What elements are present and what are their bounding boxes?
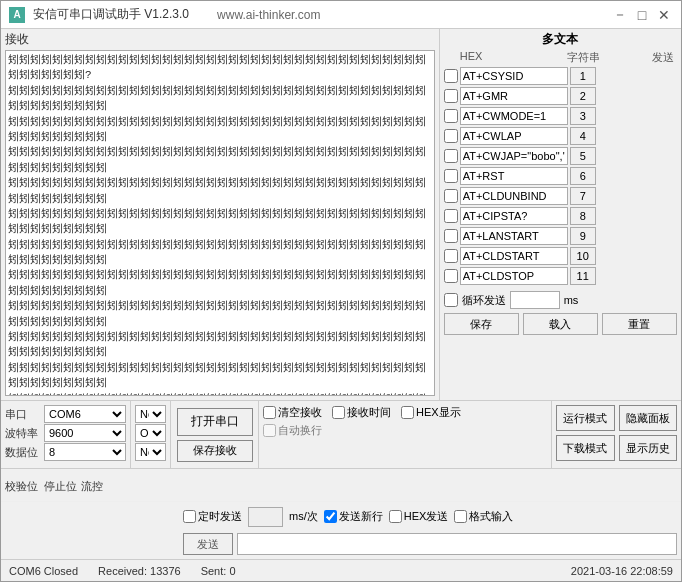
save-receive-button[interactable]: 保存接收 — [177, 440, 253, 462]
timed-send-unit: ms/次 — [289, 509, 318, 524]
reset-macro-button[interactable]: 重置 — [602, 313, 677, 335]
macro-list: 1234567891011 — [444, 67, 677, 287]
macro-send-button[interactable]: 7 — [570, 187, 596, 205]
macro-send-button[interactable]: 1 — [570, 67, 596, 85]
macro-checkbox[interactable] — [444, 109, 458, 123]
databits-label: 数据位 — [5, 445, 40, 460]
macro-row: 11 — [444, 267, 677, 285]
receive-label: 接收 — [5, 32, 29, 46]
baud-select[interactable]: 9600 — [44, 424, 126, 442]
parity-select[interactable]: None — [135, 405, 166, 423]
clear-receive-checkbox[interactable] — [263, 406, 276, 419]
clear-receive-label: 清空接收 — [278, 405, 322, 420]
macro-row: 6 — [444, 167, 677, 185]
maximize-button[interactable]: □ — [633, 6, 651, 24]
macro-checkbox[interactable] — [444, 129, 458, 143]
receive-time-checkbox[interactable] — [332, 406, 345, 419]
flow-select[interactable]: None — [135, 443, 166, 461]
baud-label: 波特率 — [5, 426, 40, 441]
macro-text-input[interactable] — [460, 207, 568, 225]
hex-send-checkbox[interactable] — [389, 510, 402, 523]
macro-checkbox[interactable] — [444, 249, 458, 263]
macro-send-button[interactable]: 5 — [570, 147, 596, 165]
macro-text-input[interactable] — [460, 267, 568, 285]
send-input[interactable] — [237, 533, 677, 555]
loop-interval-input[interactable]: 500 — [510, 291, 560, 309]
macro-checkbox[interactable] — [444, 229, 458, 243]
port-select[interactable]: COM6 — [44, 405, 126, 423]
macro-text-input[interactable] — [460, 67, 568, 85]
stopbits-select[interactable]: One — [135, 424, 166, 442]
loop-send-checkbox[interactable] — [444, 293, 458, 307]
macro-row: 4 — [444, 127, 677, 145]
macro-checkbox[interactable] — [444, 189, 458, 203]
show-history-button[interactable]: 显示历史 — [619, 435, 678, 461]
hex-display-checkbox[interactable] — [401, 406, 414, 419]
macro-checkbox[interactable] — [444, 169, 458, 183]
col-send-label: 发送 — [649, 50, 677, 65]
auto-exec-label: 自动换行 — [278, 423, 322, 438]
open-port-button[interactable]: 打开串口 — [177, 408, 253, 436]
hex-display-label: HEX显示 — [416, 405, 461, 420]
macro-send-button[interactable]: 9 — [570, 227, 596, 245]
format-input-checkbox[interactable] — [454, 510, 467, 523]
macro-text-input[interactable] — [460, 187, 568, 205]
macro-row: 10 — [444, 247, 677, 265]
receive-text: 矧矧矧矧矧矧矧矧矧矧矧矧矧矧矧矧矧矧矧矧矧矧矧矧矧矧矧矧矧矧矧矧矧矧矧矧矧矧矧矧… — [8, 54, 426, 396]
macro-send-button[interactable]: 8 — [570, 207, 596, 225]
received-count: Received: 13376 — [98, 565, 181, 577]
minimize-button[interactable]: － — [611, 6, 629, 24]
newline-label: 发送新行 — [339, 509, 383, 524]
timed-send-input[interactable]: 1 — [248, 507, 283, 527]
databits-select[interactable]: 8 — [44, 443, 126, 461]
macro-send-button[interactable]: 11 — [570, 267, 596, 285]
app-icon: A — [9, 7, 25, 23]
stopbits-label: 停止位 — [44, 479, 77, 494]
macro-send-button[interactable]: 6 — [570, 167, 596, 185]
flow-label: 流控 — [81, 479, 103, 494]
title-bar: A 安信可串口调试助手 V1.2.3.0 www.ai-thinker.com … — [1, 1, 681, 29]
macro-text-input[interactable] — [460, 147, 568, 165]
col-hex-label: HEX — [460, 50, 565, 65]
macro-text-input[interactable] — [460, 227, 568, 245]
timed-send-checkbox[interactable] — [183, 510, 196, 523]
macro-row: 1 — [444, 67, 677, 85]
macro-row: 7 — [444, 187, 677, 205]
macro-checkbox[interactable] — [444, 149, 458, 163]
macro-text-input[interactable] — [460, 167, 568, 185]
hide-panel-button[interactable]: 隐藏面板 — [619, 405, 678, 431]
macro-checkbox[interactable] — [444, 69, 458, 83]
timed-send-label: 定时发送 — [198, 509, 242, 524]
macro-row: 8 — [444, 207, 677, 225]
macro-send-button[interactable]: 4 — [570, 127, 596, 145]
sent-count: Sent: 0 — [201, 565, 236, 577]
port-status: COM6 Closed — [9, 565, 78, 577]
loop-send-label: 循环发送 — [462, 293, 506, 308]
save-macro-button[interactable]: 保存 — [444, 313, 519, 335]
status-bar: COM6 Closed Received: 13376 Sent: 0 2021… — [1, 559, 681, 581]
macro-checkbox[interactable] — [444, 269, 458, 283]
macro-text-input[interactable] — [460, 127, 568, 145]
auto-exec-checkbox[interactable] — [263, 424, 276, 437]
macro-checkbox[interactable] — [444, 209, 458, 223]
port-label: 串口 — [5, 407, 40, 422]
timestamp: 2021-03-16 22:08:59 — [571, 565, 673, 577]
hex-send-label: HEX发送 — [404, 509, 449, 524]
macro-row: 5 — [444, 147, 677, 165]
download-mode-button[interactable]: 下载模式 — [556, 435, 615, 461]
macro-row: 2 — [444, 87, 677, 105]
parity-label: 校验位 — [5, 479, 40, 494]
macro-checkbox[interactable] — [444, 89, 458, 103]
macro-row: 9 — [444, 227, 677, 245]
macro-text-input[interactable] — [460, 107, 568, 125]
close-button[interactable]: ✕ — [655, 6, 673, 24]
macro-send-button[interactable]: 3 — [570, 107, 596, 125]
macro-text-input[interactable] — [460, 247, 568, 265]
macro-send-button[interactable]: 2 — [570, 87, 596, 105]
run-mode-button[interactable]: 运行模式 — [556, 405, 615, 431]
newline-checkbox[interactable] — [324, 510, 337, 523]
macro-text-input[interactable] — [460, 87, 568, 105]
load-macro-button[interactable]: 载入 — [523, 313, 598, 335]
macro-send-button[interactable]: 10 — [570, 247, 596, 265]
send-button[interactable]: 发送 — [183, 533, 233, 555]
